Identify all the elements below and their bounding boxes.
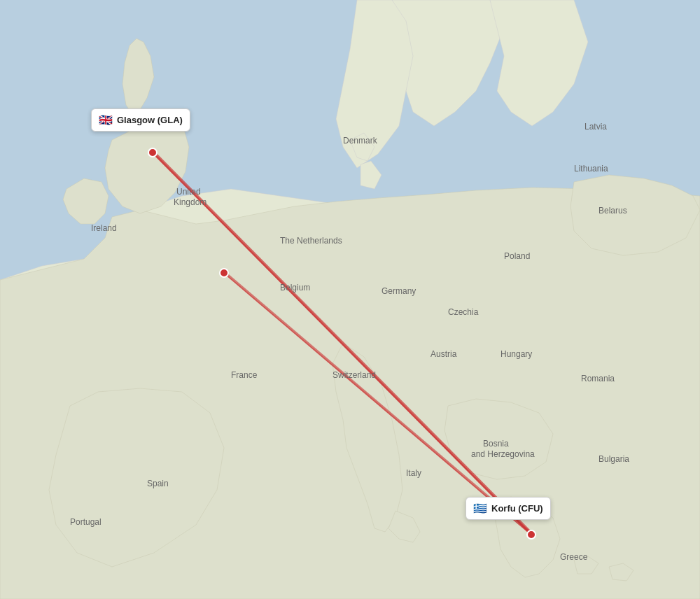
svg-text:Spain: Spain xyxy=(147,479,169,488)
svg-text:Greece: Greece xyxy=(560,552,588,562)
svg-text:Portugal: Portugal xyxy=(70,517,102,527)
svg-text:Germany: Germany xyxy=(382,286,416,296)
svg-text:The Netherlands: The Netherlands xyxy=(280,236,342,246)
map-container: Ireland United Kingdom Denmark Latvia Li… xyxy=(0,0,700,599)
svg-text:Bosnia: Bosnia xyxy=(483,439,509,449)
svg-text:United: United xyxy=(176,187,201,197)
svg-text:Belarus: Belarus xyxy=(598,206,627,216)
svg-text:Ireland: Ireland xyxy=(91,223,117,233)
svg-text:Belgium: Belgium xyxy=(280,283,310,293)
svg-point-5 xyxy=(148,148,157,157)
svg-text:Lithuania: Lithuania xyxy=(574,164,608,174)
svg-text:France: France xyxy=(231,370,258,380)
svg-point-6 xyxy=(220,269,228,277)
svg-text:Kingdom: Kingdom xyxy=(174,197,206,207)
svg-text:and Herzegovina: and Herzegovina xyxy=(471,449,535,459)
svg-text:Bulgaria: Bulgaria xyxy=(598,454,629,464)
svg-text:Switzerland: Switzerland xyxy=(332,370,376,380)
svg-text:Austria: Austria xyxy=(430,349,457,359)
svg-text:Italy: Italy xyxy=(406,468,421,478)
svg-text:Denmark: Denmark xyxy=(343,136,378,146)
svg-text:Czechia: Czechia xyxy=(448,307,479,317)
svg-text:Hungary: Hungary xyxy=(500,349,532,359)
svg-point-7 xyxy=(527,530,536,539)
svg-text:Poland: Poland xyxy=(504,251,530,261)
svg-text:Romania: Romania xyxy=(581,374,615,383)
svg-text:Latvia: Latvia xyxy=(584,122,607,132)
